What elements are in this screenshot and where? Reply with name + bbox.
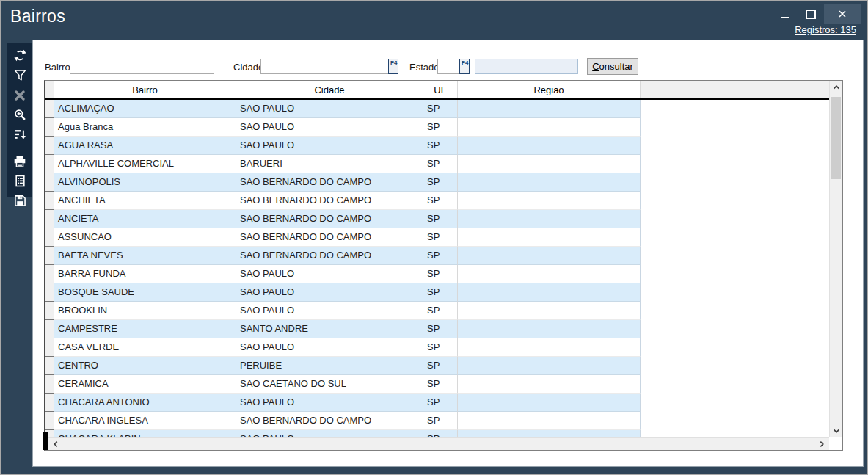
cidade-input[interactable] bbox=[260, 59, 388, 74]
cell-uf[interactable]: SP bbox=[423, 375, 458, 394]
cell-cidade[interactable]: SAO PAULO bbox=[236, 283, 423, 302]
cell-bairro[interactable]: ACLIMAÇÃO bbox=[54, 100, 236, 118]
cell-regiao[interactable] bbox=[458, 137, 641, 155]
cell-regiao[interactable] bbox=[458, 173, 641, 192]
horizontal-scroll-thumb[interactable] bbox=[43, 432, 48, 450]
cell-bairro[interactable]: BAETA NEVES bbox=[54, 247, 236, 265]
vertical-scrollbar[interactable] bbox=[829, 81, 842, 437]
scroll-left-button[interactable] bbox=[50, 438, 62, 450]
cell-uf[interactable]: SP bbox=[423, 210, 458, 228]
cell-regiao[interactable] bbox=[458, 247, 641, 265]
table-row[interactable]: CHACARA INGLESA SAO BERNARDO DO CAMPO SP bbox=[45, 412, 641, 430]
row-selector[interactable] bbox=[45, 210, 54, 228]
cell-bairro[interactable]: ALVINOPOLIS bbox=[54, 173, 236, 192]
cell-cidade[interactable]: SAO PAULO bbox=[236, 137, 423, 155]
column-header-uf[interactable]: UF bbox=[423, 81, 458, 98]
cell-cidade[interactable]: SAO PAULO bbox=[236, 302, 423, 320]
table-row[interactable]: ASSUNCAO SAO BERNARDO DO CAMPO SP bbox=[45, 228, 641, 247]
refresh-button[interactable] bbox=[10, 46, 29, 65]
cell-bairro[interactable]: CAMPESTRE bbox=[54, 320, 236, 338]
cell-cidade[interactable]: SANTO ANDRE bbox=[236, 320, 423, 338]
cell-uf[interactable]: SP bbox=[423, 338, 458, 357]
column-header-bairro[interactable]: Bairro bbox=[54, 81, 236, 98]
cell-cidade[interactable]: SAO BERNARDO DO CAMPO bbox=[236, 173, 423, 192]
cell-cidade[interactable]: SAO PAULO bbox=[236, 394, 423, 412]
cell-uf[interactable]: SP bbox=[423, 357, 458, 375]
registros-link[interactable]: Registros: 135 bbox=[795, 24, 856, 35]
cell-regiao[interactable] bbox=[458, 320, 641, 338]
cell-regiao[interactable] bbox=[458, 302, 641, 320]
report-button[interactable] bbox=[10, 171, 29, 191]
row-selector[interactable] bbox=[45, 247, 54, 265]
vertical-scroll-thumb[interactable] bbox=[831, 97, 841, 179]
row-selector[interactable] bbox=[45, 228, 54, 247]
table-row[interactable]: BARRA FUNDA SAO PAULO SP bbox=[45, 265, 641, 283]
row-selector[interactable] bbox=[45, 192, 54, 210]
cell-regiao[interactable] bbox=[458, 430, 641, 437]
save-button[interactable] bbox=[10, 191, 29, 211]
cell-cidade[interactable]: SAO PAULO bbox=[236, 338, 423, 357]
cell-bairro[interactable]: CENTRO bbox=[54, 357, 236, 375]
row-selector[interactable] bbox=[45, 394, 54, 412]
cell-uf[interactable]: SP bbox=[423, 228, 458, 247]
clear-filter-button[interactable] bbox=[10, 85, 29, 105]
cell-uf[interactable]: SP bbox=[423, 118, 458, 137]
estado-input[interactable] bbox=[437, 59, 459, 74]
cell-regiao[interactable] bbox=[458, 338, 641, 357]
cell-uf[interactable]: SP bbox=[423, 302, 458, 320]
cell-bairro[interactable]: ASSUNCAO bbox=[54, 228, 236, 247]
zoom-button[interactable] bbox=[10, 105, 29, 125]
close-button[interactable] bbox=[824, 4, 861, 24]
table-row[interactable]: CAMPESTRE SANTO ANDRE SP bbox=[45, 320, 641, 338]
row-selector[interactable] bbox=[45, 137, 54, 155]
cell-regiao[interactable] bbox=[458, 265, 641, 283]
cell-regiao[interactable] bbox=[458, 357, 641, 375]
row-selector[interactable] bbox=[45, 155, 54, 173]
row-selector[interactable] bbox=[45, 357, 54, 375]
cell-cidade[interactable]: SAO BERNARDO DO CAMPO bbox=[236, 412, 423, 430]
cell-uf[interactable]: SP bbox=[423, 412, 458, 430]
column-header-cidade[interactable]: Cidade bbox=[236, 81, 423, 98]
table-row[interactable]: CHACARA KLABIN SAO PAULO SP bbox=[45, 430, 641, 437]
row-selector[interactable] bbox=[45, 173, 54, 192]
cell-regiao[interactable] bbox=[458, 155, 641, 173]
cell-bairro[interactable]: CERAMICA bbox=[54, 375, 236, 394]
cell-cidade[interactable]: SAO PAULO bbox=[236, 118, 423, 137]
table-row[interactable]: CENTRO PERUIBE SP bbox=[45, 357, 641, 375]
row-selector[interactable] bbox=[45, 265, 54, 283]
cell-uf[interactable]: SP bbox=[423, 247, 458, 265]
cidade-f4-button[interactable]: F4 bbox=[388, 59, 398, 74]
cell-bairro[interactable]: AGUA RASA bbox=[54, 137, 236, 155]
table-row[interactable]: BOSQUE SAUDE SAO PAULO SP bbox=[45, 283, 641, 302]
cell-regiao[interactable] bbox=[458, 100, 641, 118]
cell-bairro[interactable]: Agua Branca bbox=[54, 118, 236, 137]
sort-button[interactable] bbox=[10, 125, 29, 145]
print-button[interactable] bbox=[10, 151, 29, 171]
cell-uf[interactable]: SP bbox=[423, 173, 458, 192]
cell-uf[interactable]: SP bbox=[423, 100, 458, 118]
cell-regiao[interactable] bbox=[458, 394, 641, 412]
column-header-regiao[interactable]: Região bbox=[458, 81, 641, 98]
cell-cidade[interactable]: PERUIBE bbox=[236, 357, 423, 375]
row-selector[interactable] bbox=[45, 412, 54, 430]
cell-regiao[interactable] bbox=[458, 192, 641, 210]
cell-uf[interactable]: SP bbox=[423, 320, 458, 338]
cell-uf[interactable]: SP bbox=[423, 192, 458, 210]
maximize-button[interactable] bbox=[798, 4, 824, 24]
cell-bairro[interactable]: CHACARA ANTONIO bbox=[54, 394, 236, 412]
cell-regiao[interactable] bbox=[458, 118, 641, 137]
minimize-button[interactable] bbox=[771, 4, 798, 24]
table-row[interactable]: CHACARA ANTONIO SAO PAULO SP bbox=[45, 394, 641, 412]
cell-bairro[interactable]: CHACARA INGLESA bbox=[54, 412, 236, 430]
table-row[interactable]: BAETA NEVES SAO BERNARDO DO CAMPO SP bbox=[45, 247, 641, 265]
table-row[interactable]: CASA VERDE SAO PAULO SP bbox=[45, 338, 641, 357]
estado-f4-button[interactable]: F4 bbox=[459, 59, 470, 74]
consultar-button[interactable]: Consultar bbox=[587, 58, 638, 75]
cell-uf[interactable]: SP bbox=[423, 137, 458, 155]
cell-uf[interactable]: SP bbox=[423, 283, 458, 302]
scroll-up-button[interactable] bbox=[830, 81, 842, 93]
table-row[interactable]: ANCHIETA SAO BERNARDO DO CAMPO SP bbox=[45, 192, 641, 210]
table-row[interactable]: ACLIMAÇÃO SAO PAULO SP bbox=[45, 100, 641, 118]
horizontal-scrollbar[interactable] bbox=[45, 437, 829, 450]
table-row[interactable]: AGUA RASA SAO PAULO SP bbox=[45, 137, 641, 155]
